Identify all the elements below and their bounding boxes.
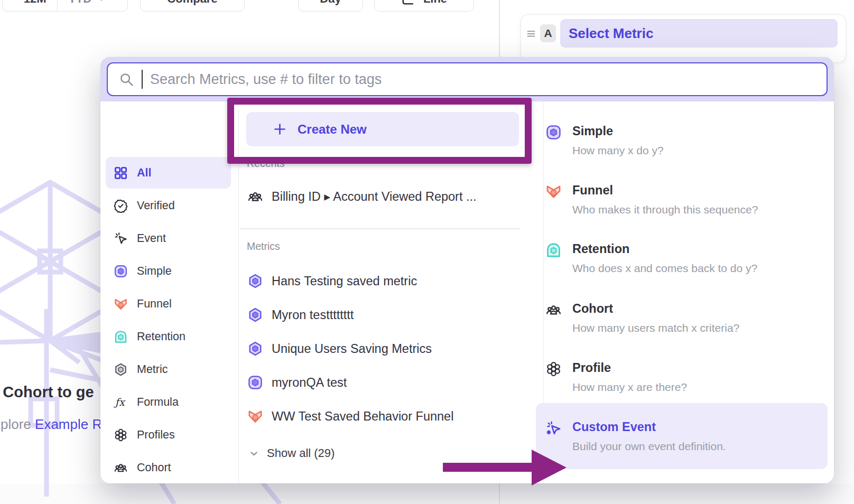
simple-square-icon <box>114 264 128 278</box>
metric-list-item[interactable]: myronQA test <box>247 371 347 394</box>
metric-item-label: Hans Testing saved metric <box>272 274 417 288</box>
sidebar-item-label: Event <box>137 232 166 245</box>
metric-item-label: Unique Users Saving Metrics <box>272 342 432 356</box>
type-description: How many users match x criteria? <box>572 322 825 334</box>
type-title: Cohort <box>572 302 825 316</box>
verified-seal-icon <box>114 199 128 213</box>
sidebar-item-formula[interactable]: ƒx Formula <box>114 390 179 414</box>
type-description: Who does x and comes back to do y? <box>572 262 825 275</box>
simple-square-icon <box>545 124 562 141</box>
type-title: Retention <box>572 242 825 256</box>
compare-button[interactable]: Compare <box>140 0 245 12</box>
funnel-icon <box>545 183 562 200</box>
type-title: Funnel <box>572 183 825 198</box>
sidebar-item-simple[interactable]: Simple <box>114 259 172 283</box>
profiles-cluster-icon <box>114 428 128 442</box>
sidebar-item-verified[interactable]: Verified <box>114 194 175 217</box>
list-divider <box>240 228 521 229</box>
sidebar-item-metric[interactable]: Metric <box>114 358 168 381</box>
metric-item-label: myronQA test <box>272 376 347 390</box>
metric-item-label: WW Test Saved Behavior Funnel <box>272 409 453 424</box>
metric-list-item[interactable]: Hans Testing saved metric <box>247 269 417 293</box>
hexagon-purple-icon <box>247 273 263 289</box>
type-custom-event[interactable]: Custom Event Build your own event defini… <box>545 420 825 453</box>
example-reports-link[interactable]: Example Re <box>35 416 100 432</box>
app-window: r Cohort to ge xplore Example Re 12M YTD… <box>0 0 854 504</box>
modal-header: Search Metrics, use # to filter to tags <box>100 57 834 101</box>
grid-icon <box>114 166 128 180</box>
sidebar-item-label: Profiles <box>137 428 175 442</box>
metric-list-item[interactable]: Unique Users Saving Metrics <box>247 337 432 360</box>
sidebar-item-profiles[interactable]: Profiles <box>114 423 175 446</box>
type-funnel[interactable]: Funnel Who makes it through this sequenc… <box>545 183 825 216</box>
funnel-icon <box>247 408 263 424</box>
metric-slot-card: A Select Metric <box>521 15 846 62</box>
metrics-heading: Metrics <box>247 240 280 253</box>
show-all-toggle[interactable]: Show all (29) <box>248 444 335 463</box>
sidebar-item-retention[interactable]: Retention <box>114 325 185 348</box>
retention-arch-icon <box>114 330 128 344</box>
type-description: How many x are there? <box>572 381 825 394</box>
type-cohort[interactable]: Cohort How many users match x criteria? <box>545 302 825 334</box>
granularity-day-button[interactable]: Day <box>298 0 363 12</box>
recent-item-label: Billing ID ▸ Account Viewed Report ... <box>272 189 477 204</box>
chart-type-line-button[interactable]: Line <box>374 0 474 12</box>
sidebar-item-label: Cohort <box>137 461 171 474</box>
profiles-cluster-icon <box>545 361 562 377</box>
sidebar-item-label: Funnel <box>137 297 172 311</box>
sidebar-item-label: Metric <box>137 363 168 376</box>
chevron-down-icon <box>97 0 106 4</box>
type-title: Profile <box>572 361 825 375</box>
search-input[interactable]: Search Metrics, use # to filter to tags <box>107 62 828 96</box>
chevron-down-icon <box>248 448 259 459</box>
sidebar-item-cohort[interactable]: Cohort <box>114 456 171 479</box>
empty-state-headline: r Cohort to ge <box>0 384 94 401</box>
sidebar-item-all[interactable]: All <box>114 161 151 184</box>
sidebar-item-funnel[interactable]: Funnel <box>114 292 172 315</box>
category-sidebar: All Verified Event Simple Funnel Retenti <box>100 101 239 483</box>
funnel-icon <box>114 297 128 311</box>
retention-arch-icon <box>545 242 562 258</box>
range-12m-button[interactable]: 12M <box>13 0 57 11</box>
type-retention[interactable]: Retention Who does x and comes back to d… <box>545 242 825 275</box>
line-chart-icon <box>401 0 415 6</box>
drag-handle-icon[interactable] <box>525 27 537 39</box>
sidebar-item-label: Simple <box>137 265 172 278</box>
date-range-group: 12M YTD <box>2 0 128 12</box>
sidebar-item-label: Verified <box>137 199 175 212</box>
custom-event-cursor-icon <box>545 420 562 436</box>
type-simple[interactable]: Simple How many x do y? <box>545 124 825 157</box>
select-metric-pill[interactable]: Select Metric <box>560 19 838 48</box>
metric-list-item[interactable]: Myron testttttttt <box>247 303 354 326</box>
explore-prefix: xplore <box>0 416 35 432</box>
type-title: Custom Event <box>572 420 825 434</box>
sidebar-item-label: Retention <box>137 330 185 343</box>
search-placeholder: Search Metrics, use # to filter to tags <box>150 71 382 88</box>
simple-square-icon <box>247 375 263 390</box>
type-title: Simple <box>572 124 825 138</box>
sidebar-item-label: All <box>137 166 151 180</box>
type-profile[interactable]: Profile How many x are there? <box>545 361 825 394</box>
empty-state-subtext: xplore Example Re <box>0 416 100 433</box>
hexagon-purple-icon <box>247 341 263 357</box>
annotation-arrow <box>439 446 571 489</box>
hexagon-purple-icon <box>247 307 263 323</box>
type-description: Who makes it through this sequence? <box>572 203 825 216</box>
type-description: Build your own event definition. <box>572 440 825 453</box>
sidebar-item-event[interactable]: Event <box>114 227 166 250</box>
metric-item-label: Myron testttttttt <box>272 308 354 322</box>
text-caret <box>142 70 143 89</box>
metric-list-item[interactable]: WW Test Saved Behavior Funnel <box>247 405 453 428</box>
hexagon-icon <box>114 362 128 377</box>
search-icon <box>118 71 134 87</box>
cohort-people-icon <box>247 189 263 204</box>
background-text-clip: r Cohort to ge xplore Example Re <box>0 0 100 504</box>
metric-slot-badge: A <box>540 24 556 42</box>
sidebar-item-label: Formula <box>137 396 179 409</box>
cohort-people-icon <box>545 302 562 318</box>
type-description: How many x do y? <box>572 144 825 157</box>
recent-item[interactable]: Billing ID ▸ Account Viewed Report ... <box>247 185 477 208</box>
range-ytd-button[interactable]: YTD <box>58 0 117 11</box>
svg-text:ƒx: ƒx <box>114 396 126 408</box>
formula-fx-icon: ƒx <box>114 395 128 409</box>
